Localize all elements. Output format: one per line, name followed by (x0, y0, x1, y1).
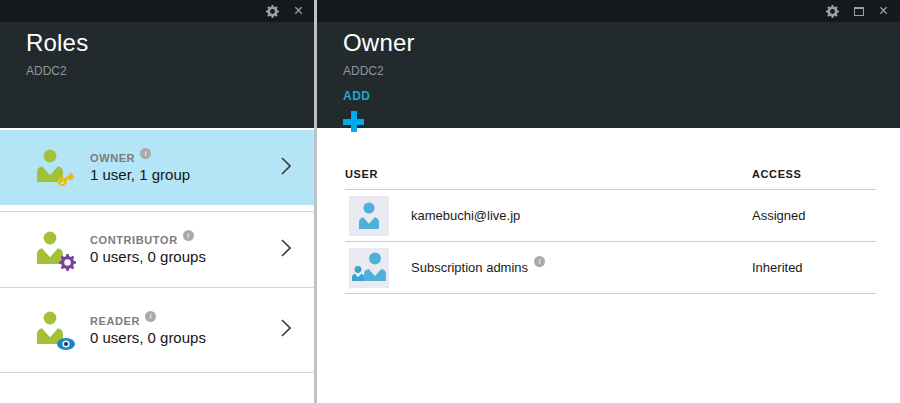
settings-gear-icon[interactable] (826, 5, 839, 18)
role-label: OWNER (90, 152, 135, 164)
owner-role-icon (34, 149, 74, 187)
chevron-right-icon (281, 239, 291, 261)
roles-titlebar: × (0, 0, 315, 22)
role-summary: 0 users, 0 groups (90, 329, 206, 346)
table-row[interactable]: Subscription admins i Inherited (345, 242, 876, 294)
info-icon[interactable]: i (140, 148, 151, 159)
role-item-reader[interactable]: READER i 0 users, 0 groups (0, 288, 315, 373)
role-label: READER (90, 315, 140, 327)
owner-blade: × Owner ADDC2 ADD USER ACCESS (317, 0, 900, 403)
owner-header: Owner ADDC2 ADD (317, 22, 900, 128)
close-icon[interactable]: × (294, 3, 303, 19)
user-avatar-icon (349, 196, 389, 236)
reader-role-icon (34, 311, 74, 349)
owner-titlebar: × (317, 0, 900, 22)
role-item-owner[interactable]: OWNER i 1 user, 1 group (0, 130, 315, 205)
role-item-contributor[interactable]: CONTRIBUTOR i 0 users, 0 groups (0, 211, 315, 288)
page-title: Owner (343, 29, 900, 57)
blade-divider (314, 0, 317, 403)
role-list: OWNER i 1 user, 1 group CONTRIBUTOR i 0 … (0, 130, 315, 403)
add-plus-icon[interactable] (343, 111, 365, 133)
close-icon[interactable]: × (879, 3, 888, 19)
chevron-right-icon (281, 157, 291, 179)
settings-gear-icon[interactable] (266, 5, 279, 18)
info-icon[interactable]: i (534, 256, 545, 267)
resource-name: ADDC2 (343, 64, 900, 78)
user-name: Subscription admins (411, 260, 528, 275)
info-icon[interactable]: i (145, 311, 156, 322)
role-label: CONTRIBUTOR (90, 234, 178, 246)
column-header-access: ACCESS (752, 168, 801, 180)
table-header-row: USER ACCESS (345, 128, 876, 190)
key-icon (56, 169, 76, 189)
add-link[interactable]: ADD (343, 89, 371, 103)
owner-content: USER ACCESS kamebuchi@live.jp Assigned (317, 128, 900, 403)
roles-blade: × Roles ADDC2 (0, 0, 315, 403)
column-header-user: USER (345, 168, 752, 180)
resource-name: ADDC2 (26, 64, 315, 78)
eye-icon (56, 337, 76, 351)
role-summary: 1 user, 1 group (90, 166, 190, 183)
page-title: Roles (26, 29, 315, 57)
group-avatar-icon (349, 248, 389, 288)
access-value: Inherited (752, 260, 803, 275)
user-name: kamebuchi@live.jp (411, 208, 520, 223)
access-value: Assigned (752, 208, 805, 223)
table-row[interactable]: kamebuchi@live.jp Assigned (345, 190, 876, 242)
gear-badge-icon (59, 254, 76, 271)
chevron-right-icon (281, 319, 291, 341)
role-summary: 0 users, 0 groups (90, 248, 206, 265)
contributor-role-icon (34, 231, 74, 269)
maximize-icon[interactable] (854, 7, 864, 16)
roles-header: Roles ADDC2 (0, 22, 315, 128)
info-icon[interactable]: i (183, 230, 194, 241)
access-table: USER ACCESS kamebuchi@live.jp Assigned (345, 128, 876, 294)
